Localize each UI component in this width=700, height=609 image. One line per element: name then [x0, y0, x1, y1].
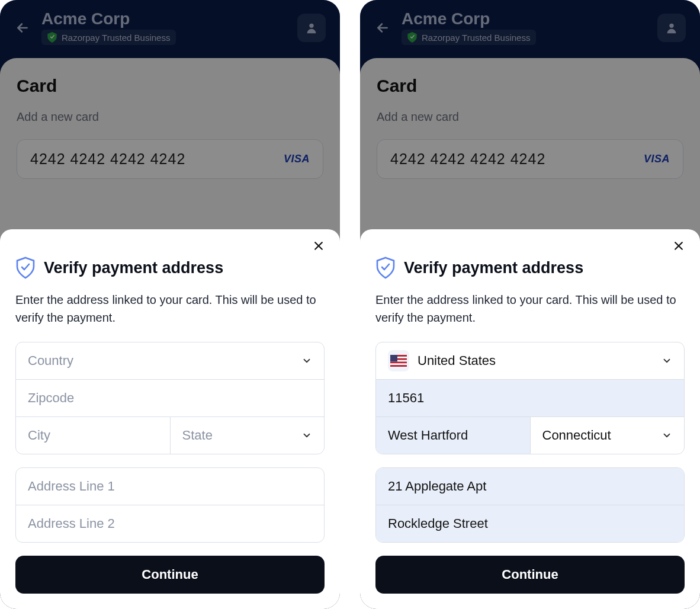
address-line-2-input[interactable]: Address Line 2	[16, 505, 324, 542]
sheet-header: Verify payment address	[375, 257, 685, 279]
chevron-down-icon	[662, 430, 672, 441]
country-select[interactable]: United States	[376, 342, 684, 379]
flag-us-icon	[388, 350, 409, 371]
svg-rect-6	[390, 355, 397, 361]
addr1-value: 21 Applegate Apt	[388, 479, 486, 494]
address-group-1: Country Zipcode City State	[15, 342, 325, 454]
address-group-1: United States 11561 West Hartford Connec…	[375, 342, 685, 454]
chevron-down-icon	[662, 355, 672, 366]
verify-shield-icon	[15, 257, 36, 279]
address-sheet: Verify payment address Enter the address…	[360, 229, 700, 609]
city-input[interactable]: City	[16, 417, 170, 454]
country-value: United States	[418, 353, 496, 368]
zipcode-input[interactable]: 11561	[376, 380, 684, 416]
address-group-2: Address Line 1 Address Line 2	[15, 467, 325, 543]
addr2-placeholder: Address Line 2	[28, 516, 115, 531]
city-value: West Hartford	[388, 428, 468, 443]
sheet-subtitle: Enter the address linked to your card. T…	[375, 291, 685, 326]
state-value: Connecticut	[542, 428, 611, 443]
city-placeholder: City	[28, 428, 50, 443]
addr2-value: Rockledge Street	[388, 516, 488, 531]
checkout-screen-filled: Acme Corp Razorpay Trusted Business Card…	[360, 0, 700, 609]
continue-label: Continue	[502, 567, 558, 582]
continue-button[interactable]: Continue	[15, 556, 325, 594]
zipcode-input[interactable]: Zipcode	[16, 380, 324, 416]
address-line-1-input[interactable]: Address Line 1	[16, 468, 324, 505]
continue-button[interactable]: Continue	[375, 556, 685, 594]
address-group-2: 21 Applegate Apt Rockledge Street	[375, 467, 685, 543]
country-placeholder: Country	[28, 353, 73, 368]
sheet-subtitle: Enter the address linked to your card. T…	[15, 291, 325, 326]
sheet-header: Verify payment address	[15, 257, 325, 279]
sheet-title: Verify payment address	[44, 259, 223, 277]
zipcode-placeholder: Zipcode	[28, 390, 74, 406]
city-input[interactable]: West Hartford	[376, 417, 530, 454]
continue-label: Continue	[142, 567, 198, 582]
sheet-title: Verify payment address	[404, 259, 583, 277]
checkout-screen-empty: Acme Corp Razorpay Trusted Business Card…	[0, 0, 340, 609]
addr1-placeholder: Address Line 1	[28, 479, 115, 494]
country-select[interactable]: Country	[16, 342, 324, 379]
close-icon[interactable]	[310, 238, 327, 254]
svg-rect-5	[390, 363, 407, 365]
address-sheet: Verify payment address Enter the address…	[0, 229, 340, 609]
chevron-down-icon	[301, 430, 312, 441]
chevron-down-icon	[301, 355, 312, 366]
address-line-2-input[interactable]: Rockledge Street	[376, 505, 684, 542]
verify-shield-icon	[375, 257, 396, 279]
state-select[interactable]: Connecticut	[530, 417, 685, 454]
address-line-1-input[interactable]: 21 Applegate Apt	[376, 468, 684, 505]
close-icon[interactable]	[670, 238, 687, 254]
state-placeholder: State	[182, 428, 213, 443]
state-select[interactable]: State	[170, 417, 325, 454]
zipcode-value: 11561	[388, 390, 424, 406]
